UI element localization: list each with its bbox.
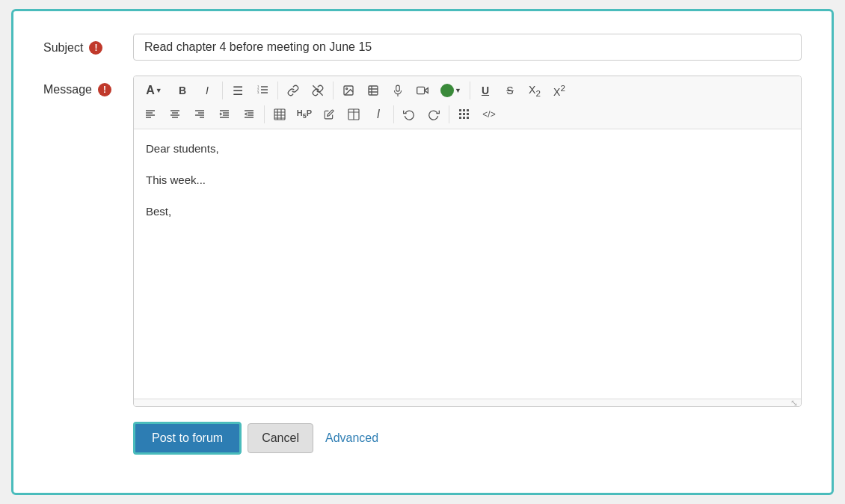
strikethrough-button[interactable]: S — [498, 79, 522, 102]
separator-7 — [449, 105, 449, 123]
unordered-list-button[interactable]: ☰ — [226, 79, 250, 102]
align-left-button[interactable] — [138, 103, 162, 126]
special-chars-button[interactable] — [452, 103, 476, 126]
toolbar: A ▼ B I ☰ — [134, 76, 801, 129]
media-button[interactable] — [361, 79, 385, 102]
separator-5 — [264, 105, 265, 123]
separator-4 — [470, 82, 470, 99]
editor-resize-handle[interactable]: ⤡ — [134, 399, 801, 406]
advanced-button[interactable]: Advanced — [319, 424, 384, 452]
underline-button[interactable]: U — [473, 79, 497, 102]
microphone-button[interactable] — [386, 79, 410, 102]
outdent-button[interactable] — [237, 103, 261, 126]
cancel-button[interactable]: Cancel — [248, 423, 313, 453]
svg-rect-47 — [463, 109, 465, 111]
video-button[interactable] — [411, 79, 434, 102]
editor-paragraph-2: This week... — [146, 171, 789, 189]
subject-row: Subject ! — [43, 34, 802, 61]
align-right-button[interactable] — [188, 103, 212, 126]
editor-container: A ▼ B I ☰ — [133, 76, 802, 407]
svg-rect-54 — [467, 117, 469, 119]
message-label: Message ! — [43, 76, 133, 96]
image-button[interactable] — [337, 79, 360, 102]
ordered-list-button[interactable]: 1. 2. 3. — [251, 79, 274, 102]
svg-rect-9 — [369, 86, 378, 95]
svg-rect-53 — [463, 117, 465, 119]
table-insert-button[interactable] — [342, 103, 366, 126]
italic-button[interactable]: I — [195, 79, 219, 102]
cursor-button[interactable]: I — [366, 103, 390, 126]
svg-rect-52 — [459, 117, 461, 119]
edit-button[interactable] — [317, 103, 341, 126]
activity-button[interactable]: ▼ — [435, 79, 467, 102]
svg-marker-15 — [425, 88, 428, 93]
font-size-button[interactable]: A ▼ — [138, 79, 170, 102]
button-row: Post to forum Cancel Advanced — [133, 422, 802, 455]
svg-rect-49 — [459, 113, 461, 115]
subject-label: Subject ! — [43, 34, 133, 55]
svg-rect-13 — [396, 85, 400, 91]
message-row: Message ! A ▼ B I — [43, 76, 802, 407]
post-to-forum-button[interactable]: Post to forum — [133, 422, 242, 455]
svg-rect-50 — [463, 113, 465, 115]
editor-content[interactable]: Dear students, This week... Best, — [134, 129, 801, 399]
main-container: Subject ! Message ! A ▼ B — [11, 9, 834, 495]
editor-paragraph-1: Dear students, — [146, 140, 789, 158]
superscript-button[interactable]: X2 — [547, 79, 571, 102]
toolbar-row-1: A ▼ B I ☰ — [138, 79, 796, 102]
toolbar-row-2: H5P — [138, 103, 796, 126]
unlink-button[interactable] — [306, 79, 330, 102]
editor-paragraph-3: Best, — [146, 203, 789, 221]
separator-6 — [393, 105, 394, 123]
bold-button[interactable]: B — [170, 79, 194, 102]
separator-1 — [222, 82, 223, 99]
subscript-button[interactable]: X2 — [523, 79, 547, 102]
h5p-button[interactable]: H5P — [292, 103, 316, 126]
svg-rect-51 — [467, 113, 469, 115]
separator-2 — [277, 82, 278, 99]
svg-rect-46 — [459, 109, 461, 111]
table-calc-button[interactable] — [268, 103, 292, 126]
svg-text:3.: 3. — [257, 90, 259, 94]
separator-3 — [333, 82, 334, 99]
svg-rect-48 — [467, 109, 469, 111]
align-center-button[interactable] — [163, 103, 187, 126]
link-button[interactable] — [281, 79, 305, 102]
subject-input[interactable] — [133, 34, 802, 61]
subject-required-icon: ! — [89, 41, 102, 55]
redo-button[interactable] — [422, 103, 446, 126]
indent-button[interactable] — [212, 103, 236, 126]
message-required-icon: ! — [98, 83, 111, 96]
svg-rect-16 — [417, 87, 425, 93]
undo-button[interactable] — [397, 103, 421, 126]
svg-point-8 — [346, 88, 348, 90]
resize-icon: ⤡ — [790, 398, 798, 408]
code-button[interactable]: </> — [477, 103, 501, 126]
